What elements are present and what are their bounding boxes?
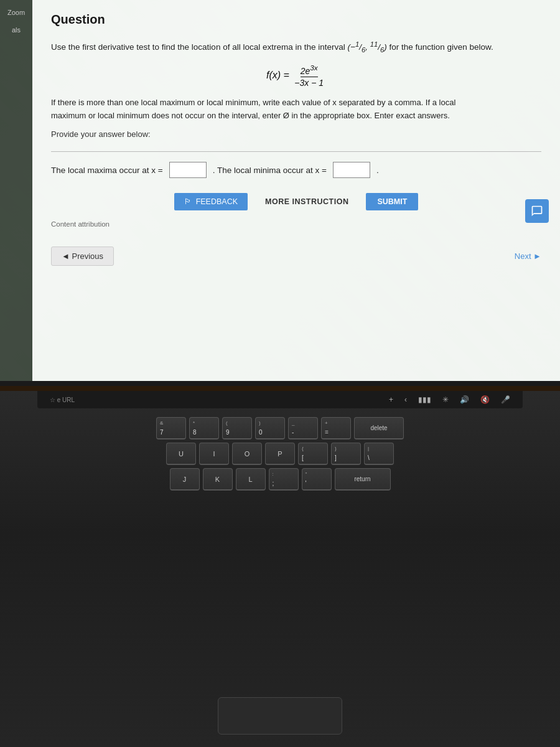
key-l[interactable]: L [236,468,266,491]
content-attribution[interactable]: Content attribution [51,220,541,228]
key-backslash[interactable]: | \ [364,443,394,465]
key-quote[interactable]: " ' [302,468,332,491]
chat-icon[interactable] [525,199,549,223]
sidebar-item-zoom[interactable]: Zoom [0,6,32,19]
bars-icon[interactable]: ▮▮▮ [418,395,431,404]
key-u[interactable]: U [166,443,196,465]
more-instruction-button[interactable]: MORE INSTRUCTION [255,193,358,210]
keyboard: & 7 * 8 ( 9 ) 0 _ - + = delet [25,417,535,697]
button-row: 🏳 FEEDBACK MORE INSTRUCTION SUBMIT [51,193,541,210]
key-delete[interactable]: delete [354,417,404,439]
key-9[interactable]: ( 9 [222,417,252,439]
key-0[interactable]: ) 0 [255,417,285,439]
siri-icon[interactable]: 🎤 [501,395,510,404]
screen: Zoom als Question Use the first derivati… [0,0,560,386]
sidebar-item-als[interactable]: als [0,24,32,36]
content-area: Question Use the first derivative test t… [32,0,560,381]
previous-button[interactable]: ◄ Previous [51,247,114,266]
feedback-button[interactable]: 🏳 FEEDBACK [174,193,248,210]
question-intro: Use the first derivative test to find th… [51,38,541,55]
key-minus[interactable]: _ - [288,417,318,439]
key-i[interactable]: I [199,443,229,465]
flag-icon: 🏳 [184,197,192,206]
key-bracket-right[interactable]: } ] [331,443,361,465]
next-button[interactable]: Next ► [515,251,541,261]
star-icon: ☆ [50,397,55,403]
key-7[interactable]: & 7 [156,417,186,439]
brightness-icon[interactable]: ✳ [442,395,449,404]
math-formula: f(x) = 2e3x −3x − 1 [51,63,541,88]
page-title: Question [51,12,541,27]
key-bracket-left[interactable]: { [ [298,443,328,465]
add-icon[interactable]: + [389,395,393,404]
volume-icon[interactable]: 🔊 [460,395,469,404]
back-icon[interactable]: ‹ [404,395,407,404]
submit-button[interactable]: SUBMIT [366,193,418,210]
instruction-text: If there is more than one local maximum … [51,96,541,123]
key-o[interactable]: O [232,443,262,465]
key-row-jkl: J K L : ; " ' return [25,468,535,491]
mute-icon[interactable]: 🔇 [480,395,490,404]
local-minima-input[interactable] [333,162,370,178]
answer-row: The local maxima occur at x = . The loca… [51,162,541,178]
message-icon [531,205,543,217]
trackpad[interactable] [218,697,342,735]
divider [51,151,541,152]
local-maxima-input[interactable] [169,162,207,178]
touchbar: ☆ MacBook Pro e URL + ‹ ▮▮▮ ✳ 🔊 🔇 🎤 [37,391,523,408]
provide-text: Provide your answer below: [51,129,541,139]
nav-row: ◄ Previous Next ► [51,247,541,272]
key-8[interactable]: * 8 [189,417,219,439]
url-bar[interactable]: ☆ MacBook Pro e URL [50,397,75,403]
key-equals[interactable]: + = [321,417,351,439]
key-j[interactable]: J [170,468,200,491]
key-k[interactable]: K [203,468,233,491]
key-p[interactable]: P [265,443,295,465]
key-row-uiop: U I O P { [ } ] | \ [25,443,535,465]
touchbar-icons: + ‹ ▮▮▮ ✳ 🔊 🔇 🎤 [389,395,510,404]
sidebar: Zoom als [0,0,32,381]
key-return[interactable]: return [335,468,391,491]
key-row-numbers: & 7 * 8 ( 9 ) 0 _ - + = delet [25,417,535,439]
laptop-bottom: ☆ MacBook Pro e URL + ‹ ▮▮▮ ✳ 🔊 🔇 🎤 & 7 … [0,391,560,747]
key-semicolon[interactable]: : ; [269,468,299,491]
